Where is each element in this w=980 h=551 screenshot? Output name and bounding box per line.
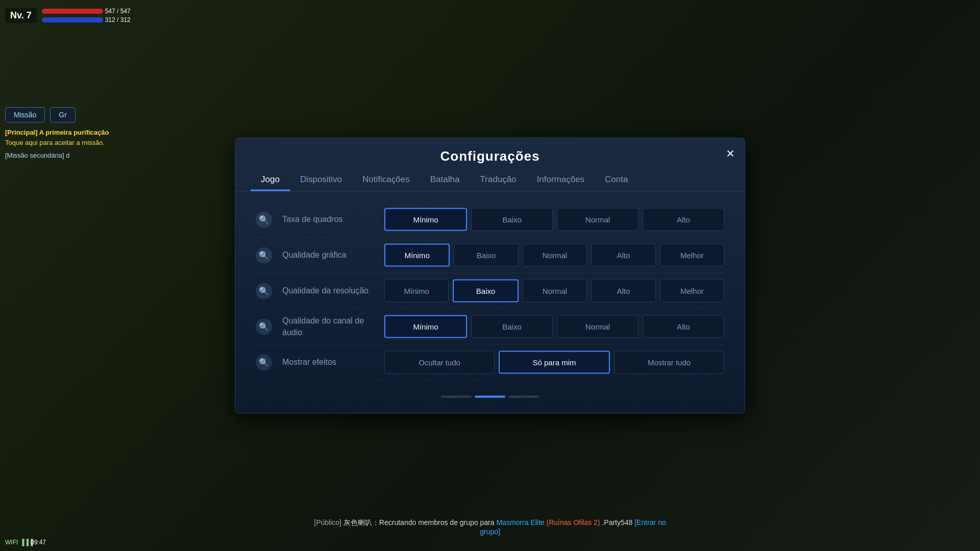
- options-qualidade-resolucao: MínimoBaixoNormalAltoMelhor: [384, 280, 724, 303]
- option-normal[interactable]: Normal: [557, 208, 639, 231]
- label-qualidade-audio: Qualidade do canal de áudio: [282, 315, 374, 338]
- player-level: Nv. 7: [5, 8, 37, 23]
- hp-bar: [42, 9, 103, 14]
- wifi-indicator: WIFI ▐▐▐: [5, 539, 33, 546]
- option-baixo[interactable]: Baixo: [471, 208, 553, 231]
- wifi-label: WIFI: [5, 539, 18, 546]
- tab-informacoes[interactable]: Informações: [527, 169, 595, 191]
- tab-notificacoes[interactable]: Notificações: [352, 169, 420, 191]
- settings-content: 🔍Taxa de quadrosMínimoBaixoNormalAlto🔍Qu…: [235, 192, 745, 391]
- chat-area: [Público] 灰色喇叭：Recrutando membros de gru…: [311, 518, 669, 536]
- options-taxa-quadros: MínimoBaixoNormalAlto: [384, 208, 724, 231]
- label-taxa-quadros: Taxa de quadros: [282, 214, 374, 225]
- search-icon: 🔍: [256, 354, 272, 370]
- setting-row-qualidade-audio: 🔍Qualidade do canal de áudioMínimoBaixoN…: [256, 309, 724, 345]
- option-baixo[interactable]: Baixo: [471, 315, 553, 338]
- option-ocultar-tudo[interactable]: Ocultar tudo: [384, 351, 495, 374]
- mp-bar: [42, 17, 103, 22]
- option-normal[interactable]: Normal: [557, 315, 639, 338]
- tab-conta[interactable]: Conta: [595, 169, 638, 191]
- chat-public-label: [Público]: [314, 518, 341, 527]
- setting-row-mostrar-efeitos: 🔍Mostrar efeitosOcultar tudoSó para mimM…: [256, 345, 724, 381]
- option-alto[interactable]: Alto: [591, 244, 655, 267]
- option-mínimo[interactable]: Mínimo: [384, 208, 467, 231]
- modal-title: Configurações: [440, 148, 540, 164]
- health-bars: 547 / 547 312 / 312: [42, 8, 131, 23]
- option-mostrar-tudo[interactable]: Mostrar tudo: [614, 351, 724, 374]
- scroll-indicator: [235, 396, 745, 398]
- option-normal[interactable]: Normal: [523, 244, 587, 267]
- search-icon: 🔍: [256, 247, 272, 263]
- option-baixo[interactable]: Baixo: [453, 280, 518, 303]
- search-icon: 🔍: [256, 318, 272, 335]
- tab-dispositivo[interactable]: Dispositivo: [290, 169, 352, 191]
- mp-text: 312 / 312: [105, 16, 131, 23]
- option-alto[interactable]: Alto: [591, 280, 655, 303]
- label-qualidade-grafica: Qualidade gráfica: [282, 249, 374, 261]
- search-icon: 🔍: [256, 211, 272, 228]
- options-qualidade-grafica: MínimoBaixoNormalAltoMelhor: [384, 244, 724, 267]
- option-mínimo[interactable]: Mínimo: [384, 244, 450, 267]
- mission-button[interactable]: Missão: [5, 107, 45, 122]
- settings-modal: Configurações × JogoDispositivoNotificaç…: [235, 138, 745, 414]
- mission-main: [Principal] A primeira purificação Toque…: [5, 128, 112, 147]
- mp-row: 312 / 312: [42, 16, 131, 23]
- option-só-para-mim[interactable]: Só para mim: [499, 351, 610, 374]
- scroll-dot-1: [441, 396, 472, 398]
- option-alto[interactable]: Alto: [643, 315, 724, 338]
- top-hud: Nv. 7 547 / 547 312 / 312: [0, 0, 980, 31]
- tab-batalha[interactable]: Batalha: [420, 169, 470, 191]
- option-baixo[interactable]: Baixo: [454, 244, 518, 267]
- party-text: .Party548: [602, 518, 632, 527]
- time-display: 09:47: [31, 539, 46, 546]
- chat-text: 灰色喇叭：Recrutando membros de grupo para: [344, 518, 497, 527]
- option-alto[interactable]: Alto: [643, 208, 724, 231]
- label-qualidade-resolucao: Qualidade da resolução: [282, 285, 374, 296]
- left-panel: Missão Gr [Principal] A primeira purific…: [0, 102, 117, 164]
- search-icon: 🔍: [256, 283, 272, 299]
- modal-header: Configurações ×: [235, 138, 745, 164]
- option-normal[interactable]: Normal: [523, 280, 587, 303]
- gr-button[interactable]: Gr: [50, 107, 76, 122]
- scroll-dot-2: [475, 396, 505, 398]
- tab-jogo[interactable]: Jogo: [251, 169, 290, 191]
- option-melhor[interactable]: Melhor: [660, 280, 724, 303]
- setting-row-qualidade-resolucao: 🔍Qualidade da resoluçãoMínimoBaixoNormal…: [256, 273, 724, 309]
- option-mínimo[interactable]: Mínimo: [384, 315, 467, 338]
- ruins-link[interactable]: (Ruínas Ofilas 2): [546, 518, 600, 527]
- setting-row-qualidade-grafica: 🔍Qualidade gráficaMínimoBaixoNormalAltoM…: [256, 238, 724, 273]
- tab-traducao[interactable]: Tradução: [470, 169, 526, 191]
- hp-row: 547 / 547: [42, 8, 131, 15]
- scroll-dot-3: [508, 396, 539, 398]
- option-mínimo[interactable]: Mínimo: [384, 280, 449, 303]
- option-melhor[interactable]: Melhor: [660, 244, 724, 267]
- elite-link[interactable]: Masmorra Elite: [496, 518, 544, 527]
- options-qualidade-audio: MínimoBaixoNormalAlto: [384, 315, 724, 338]
- options-mostrar-efeitos: Ocultar tudoSó para mimMostrar tudo: [384, 351, 724, 374]
- setting-row-taxa-quadros: 🔍Taxa de quadrosMínimoBaixoNormalAlto: [256, 202, 724, 238]
- tabs-container: JogoDispositivoNotificaçõesBatalhaTraduç…: [235, 169, 745, 192]
- close-button[interactable]: ×: [726, 146, 734, 161]
- label-mostrar-efeitos: Mostrar efeitos: [282, 357, 374, 368]
- mission-secondary: [Missão secundária] d: [5, 152, 112, 159]
- hp-text: 547 / 547: [105, 8, 131, 15]
